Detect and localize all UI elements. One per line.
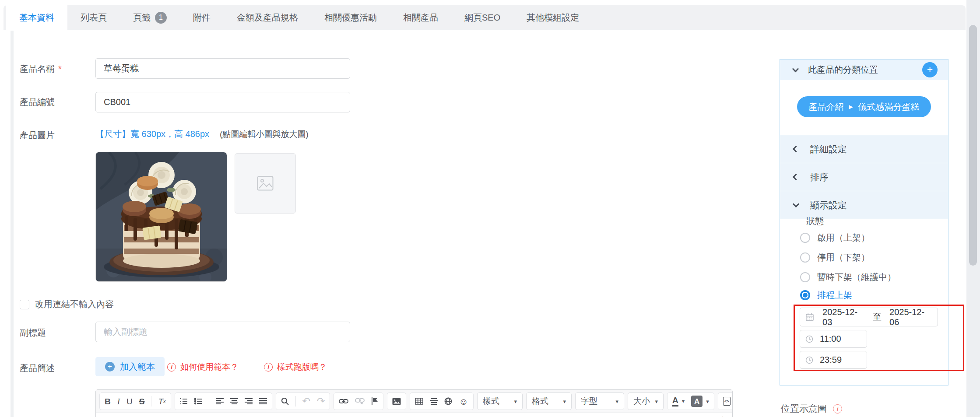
align-justify-icon[interactable] bbox=[259, 398, 267, 405]
font-size-dropdown[interactable]: 大小 ▾ bbox=[628, 392, 664, 410]
style-broken-help-link[interactable]: i 樣式跑版嗎？ bbox=[264, 361, 327, 373]
search-undo-group: ↶ ↷ bbox=[276, 392, 330, 410]
chevron-left-icon bbox=[793, 174, 800, 181]
image-placeholder-icon bbox=[257, 176, 274, 191]
caret-down-icon: ▾ bbox=[514, 398, 517, 405]
align-left-icon[interactable] bbox=[216, 398, 224, 405]
chevron-down-icon bbox=[792, 65, 799, 72]
toolbar-separator bbox=[295, 396, 296, 406]
section-display-settings[interactable]: 顯示設定 bbox=[780, 191, 948, 219]
smiley-icon[interactable]: ☺ bbox=[459, 397, 468, 406]
section-detail-settings[interactable]: 詳細設定 bbox=[780, 135, 948, 163]
editor-scroll-up-icon[interactable]: ▲ bbox=[720, 415, 725, 417]
tab-other-modules[interactable]: 其他模組設定 bbox=[513, 5, 592, 30]
iframe-globe-icon[interactable] bbox=[444, 397, 452, 405]
styles-dropdown[interactable]: 樣式 ▾ bbox=[477, 392, 523, 410]
chevron-down-icon bbox=[793, 200, 800, 207]
underline-button[interactable]: U bbox=[126, 397, 133, 406]
font-dropdown[interactable]: 字型 ▾ bbox=[575, 392, 624, 410]
template-help-link[interactable]: i 如何使用範本？ bbox=[167, 361, 239, 373]
bold-button[interactable]: B bbox=[105, 397, 111, 406]
link-icon[interactable] bbox=[339, 399, 348, 404]
paragraph-format-dropdown[interactable]: 格式 ▾ bbox=[526, 392, 572, 410]
calendar-icon bbox=[806, 313, 814, 321]
radio-selected-icon[interactable] bbox=[800, 290, 810, 300]
ordered-list-icon[interactable] bbox=[180, 398, 188, 405]
page-scrollbar-track[interactable] bbox=[966, 0, 980, 417]
tab-price-specs[interactable]: 金額及產品規格 bbox=[224, 5, 311, 30]
tab-page-tabs[interactable]: 頁籤 1 bbox=[120, 5, 180, 30]
position-map-hint: 位置示意圖 i bbox=[781, 403, 842, 415]
insert-group: ☺ bbox=[410, 392, 473, 410]
breadcrumb-arrow-icon: ▶ bbox=[849, 104, 853, 110]
anchor-flag-icon[interactable] bbox=[371, 397, 378, 405]
schedule-start-time: 11:00 bbox=[820, 334, 841, 344]
bullet-list-icon[interactable] bbox=[194, 398, 202, 405]
tab-list-page[interactable]: 列表頁 bbox=[67, 5, 120, 30]
background-color-button[interactable]: A ▾ bbox=[691, 396, 709, 407]
insert-image-icon[interactable] bbox=[392, 398, 401, 405]
radio-unselected-icon[interactable] bbox=[800, 272, 810, 282]
product-name-label: 產品名稱* bbox=[20, 63, 62, 75]
category-breadcrumb-pill[interactable]: 產品介紹 ▶ 儀式感滿分蛋糕 bbox=[797, 96, 931, 117]
status-label: 狀態 bbox=[806, 215, 824, 227]
search-icon[interactable] bbox=[281, 397, 289, 405]
chevron-left-icon bbox=[793, 146, 800, 153]
table-icon[interactable] bbox=[415, 398, 423, 405]
strikethrough-button[interactable]: S bbox=[139, 397, 145, 406]
use-link-checkbox-label: 改用連結不輸入內容 bbox=[35, 298, 114, 310]
use-link-checkbox[interactable] bbox=[20, 300, 29, 309]
subtitle-input[interactable] bbox=[95, 322, 350, 342]
product-code-input[interactable] bbox=[95, 92, 350, 112]
tab-related-products[interactable]: 相關產品 bbox=[390, 5, 451, 30]
status-option-scheduled[interactable]: 排程上架 bbox=[800, 289, 852, 301]
toolbar-separator bbox=[209, 396, 209, 406]
color-group: A ▾ A ▾ bbox=[667, 392, 714, 410]
remove-format-button[interactable]: Tx bbox=[158, 397, 165, 406]
schedule-start-date: 2025-12-03 bbox=[822, 307, 865, 327]
status-option-disabled[interactable]: 停用（下架） bbox=[800, 252, 870, 263]
product-code-label: 產品編號 bbox=[20, 96, 55, 108]
add-template-button[interactable]: + 加入範本 bbox=[95, 357, 165, 376]
add-category-button[interactable]: + bbox=[922, 62, 938, 77]
radio-unselected-icon[interactable] bbox=[800, 252, 810, 263]
editor-content-area[interactable]: ▲ bbox=[96, 413, 732, 417]
left-divider bbox=[11, 31, 14, 417]
info-icon[interactable]: i bbox=[833, 404, 842, 413]
status-option-maintenance[interactable]: 暫時下架（維護中） bbox=[800, 271, 896, 283]
schedule-end-time: 23:59 bbox=[820, 355, 842, 365]
status-option-enabled[interactable]: 啟用（上架） bbox=[800, 232, 870, 244]
italic-button[interactable]: I bbox=[117, 397, 120, 406]
horizontal-rule-icon[interactable] bbox=[430, 398, 438, 405]
section-sort-order[interactable]: 排序 bbox=[780, 163, 948, 191]
caret-down-icon: ▾ bbox=[706, 399, 709, 404]
align-right-icon[interactable] bbox=[245, 398, 253, 405]
text-color-button[interactable]: A ▾ bbox=[672, 396, 685, 407]
info-icon: i bbox=[264, 363, 273, 371]
schedule-date-range-input[interactable]: 2025-12-03 至 2025-12-06 bbox=[800, 308, 938, 326]
product-main-image[interactable] bbox=[95, 152, 227, 282]
redo-icon[interactable]: ↷ bbox=[317, 396, 325, 406]
image-size-note: (點圖編輯小圖與放大圖) bbox=[220, 129, 309, 140]
tab-basic-info[interactable]: 基本資料 bbox=[6, 5, 67, 30]
caret-down-icon: ▾ bbox=[615, 398, 618, 405]
date-range-separator: 至 bbox=[873, 311, 882, 323]
caret-down-icon: ▾ bbox=[563, 398, 566, 405]
product-name-input[interactable] bbox=[95, 58, 350, 79]
radio-unselected-icon[interactable] bbox=[800, 233, 810, 243]
category-panel-header[interactable]: 此產品的分類位置 + bbox=[780, 60, 948, 80]
source-code-button[interactable]: <> 原始碼 bbox=[723, 397, 733, 406]
unlink-icon[interactable] bbox=[355, 398, 365, 404]
toolbar-separator bbox=[151, 396, 151, 406]
tab-seo[interactable]: 網頁SEO bbox=[451, 5, 513, 30]
schedule-end-time-input[interactable]: 23:59 bbox=[800, 351, 867, 369]
undo-icon[interactable]: ↶ bbox=[302, 396, 310, 406]
product-edit-page: 基本資料 列表頁 頁籤 1 附件 金額及產品規格 相關優惠活動 相關產品 網頁S… bbox=[0, 0, 980, 417]
product-image-placeholder[interactable] bbox=[235, 153, 296, 214]
tab-attachments[interactable]: 附件 bbox=[180, 5, 224, 30]
align-center-icon[interactable] bbox=[230, 398, 238, 405]
tab-related-promos[interactable]: 相關優惠活動 bbox=[311, 5, 390, 30]
schedule-start-time-input[interactable]: 11:00 bbox=[800, 330, 867, 348]
breadcrumb-child: 儀式感滿分蛋糕 bbox=[858, 101, 920, 113]
page-scrollbar-thumb[interactable] bbox=[969, 25, 977, 266]
